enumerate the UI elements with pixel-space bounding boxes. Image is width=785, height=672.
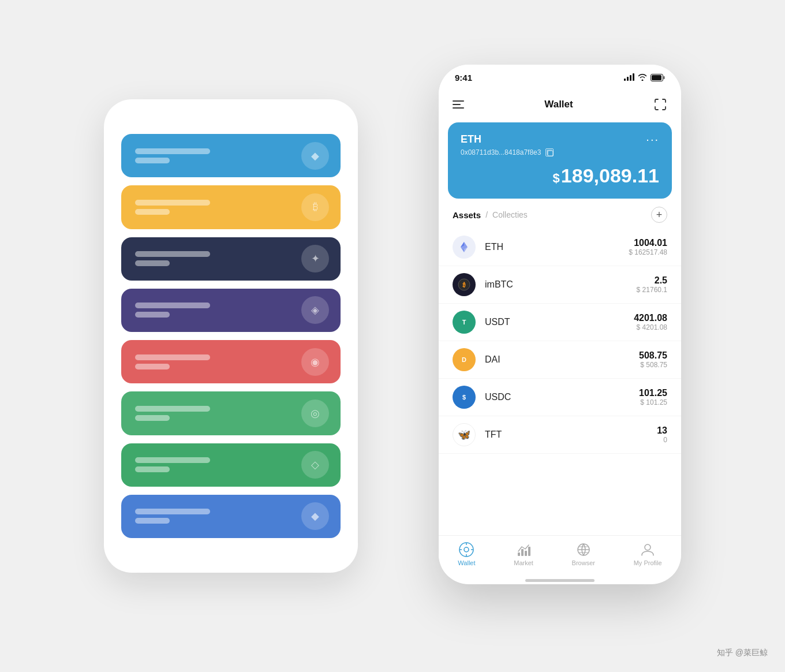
dollar-sign: $ [553, 171, 560, 185]
eth-logo-svg [458, 241, 470, 253]
app-header: Wallet [439, 90, 681, 119]
add-button[interactable]: + [651, 207, 667, 223]
imbtc-logo-svg: ₿ [458, 278, 470, 291]
eth-logo [453, 236, 476, 259]
assets-header: Assets / Collecties + [439, 199, 681, 229]
battery-icon [651, 74, 665, 81]
usdt-logo: T [453, 311, 476, 334]
card-7[interactable]: ◇ [121, 443, 341, 487]
imbtc-amount: 2.5 [637, 275, 667, 286]
tft-logo-emoji: 🦋 [458, 428, 470, 441]
eth-usd: $ 162517.48 [629, 248, 667, 256]
tft-amount: 13 [657, 425, 667, 436]
asset-item-usdt[interactable]: T USDT 4201.08 $ 4201.08 [439, 304, 681, 341]
home-indicator [525, 579, 595, 582]
svg-rect-18 [525, 551, 527, 556]
svg-rect-19 [528, 547, 530, 556]
eth-amount: 1004.01 [629, 238, 667, 248]
card-1[interactable]: ◆ [121, 134, 341, 177]
tab-assets[interactable]: Assets [453, 210, 481, 220]
add-icon: + [656, 210, 663, 220]
status-bar: 9:41 [439, 65, 681, 90]
usdc-logo-text: $ [462, 394, 466, 401]
dai-logo-text: D [462, 356, 466, 363]
eth-balance: $189,089.11 [461, 165, 659, 187]
dai-usd: $ 508.75 [639, 361, 667, 369]
usdc-usd: $ 101.25 [639, 398, 667, 406]
eth-address: 0x08711d3b...8418a7f8e3 [461, 148, 541, 156]
card-3[interactable]: ✦ [121, 237, 341, 281]
tft-values: 13 0 [657, 425, 667, 444]
assets-section: Assets / Collecties + [439, 199, 681, 535]
card-2[interactable]: ₿ [121, 185, 341, 229]
scan-icon[interactable] [653, 98, 667, 111]
bottom-nav: Wallet Market [439, 535, 681, 577]
wallet-icon [459, 542, 474, 557]
svg-rect-3 [548, 151, 553, 156]
copy-icon[interactable] [545, 148, 554, 156]
usdt-logo-text: T [462, 319, 466, 326]
svg-rect-17 [521, 549, 524, 556]
usdt-amount: 4201.08 [634, 313, 667, 323]
back-phone: ◆ ₿ ✦ ◈ [104, 99, 358, 573]
usdt-values: 4201.08 $ 4201.08 [634, 313, 667, 331]
market-icon [516, 542, 531, 557]
svg-text:₿: ₿ [462, 282, 466, 288]
front-phone: 9:41 [439, 65, 681, 584]
dai-asset-name: DAI [485, 354, 639, 365]
imbtc-logo: ₿ [453, 273, 476, 296]
card-5[interactable]: ◉ [121, 340, 341, 383]
nav-profile[interactable]: My Profile [634, 542, 662, 566]
svg-point-24 [645, 544, 651, 550]
asset-item-imbtc[interactable]: ₿ imBTC 2.5 $ 21760.1 [439, 266, 681, 304]
usdc-amount: 101.25 [639, 388, 667, 398]
svg-rect-1 [652, 75, 661, 80]
dai-logo: D [453, 348, 476, 371]
menu-icon[interactable] [453, 100, 464, 109]
eth-card-name: ETH [461, 133, 481, 145]
nav-browser-label: Browser [572, 559, 595, 566]
imbtc-values: 2.5 $ 21760.1 [637, 275, 667, 294]
tft-usd: 0 [657, 436, 667, 444]
assets-tabs: Assets / Collecties [453, 210, 528, 220]
nav-wallet-label: Wallet [458, 559, 475, 566]
svg-rect-2 [663, 76, 665, 79]
tft-asset-name: TFT [485, 430, 657, 440]
tft-logo: 🦋 [453, 423, 476, 446]
wallet-title: Wallet [544, 99, 573, 110]
signal-icon [624, 74, 634, 81]
dai-values: 508.75 $ 508.75 [639, 350, 667, 369]
scene: ◆ ₿ ✦ ◈ [104, 53, 681, 619]
asset-item-dai[interactable]: D DAI 508.75 $ 508.75 [439, 341, 681, 379]
asset-item-eth[interactable]: ETH 1004.01 $ 162517.48 [439, 229, 681, 266]
tab-collecties[interactable]: Collecties [492, 210, 528, 219]
card-8[interactable]: ◆ [121, 495, 341, 538]
usdc-logo: $ [453, 386, 476, 409]
status-icons [624, 74, 665, 81]
tab-separator: / [485, 210, 488, 219]
status-time: 9:41 [455, 73, 472, 83]
nav-market[interactable]: Market [514, 542, 533, 566]
wifi-icon [638, 74, 647, 81]
imbtc-usd: $ 21760.1 [637, 286, 667, 294]
eth-card[interactable]: ETH ··· 0x08711d3b...8418a7f8e3 $189,089… [448, 122, 672, 199]
watermark: 知乎 @菜巨鲸 [717, 648, 768, 658]
nav-profile-label: My Profile [634, 559, 662, 566]
asset-item-usdc[interactable]: $ USDC 101.25 $ 101.25 [439, 379, 681, 416]
browser-icon [576, 542, 591, 557]
imbtc-asset-name: imBTC [485, 279, 637, 290]
eth-card-menu[interactable]: ··· [646, 133, 659, 146]
nav-market-label: Market [514, 559, 533, 566]
asset-item-tft[interactable]: 🦋 TFT 13 0 [439, 416, 681, 454]
card-4[interactable]: ◈ [121, 289, 341, 332]
card-6[interactable]: ◎ [121, 391, 341, 435]
dai-amount: 508.75 [639, 350, 667, 361]
eth-values: 1004.01 $ 162517.48 [629, 238, 667, 256]
svg-rect-16 [518, 552, 520, 556]
nav-wallet[interactable]: Wallet [458, 542, 475, 566]
eth-balance-amount: 189,089.11 [561, 165, 659, 186]
svg-point-11 [464, 547, 469, 552]
usdc-values: 101.25 $ 101.25 [639, 388, 667, 406]
nav-browser[interactable]: Browser [572, 542, 595, 566]
profile-icon [640, 542, 655, 557]
